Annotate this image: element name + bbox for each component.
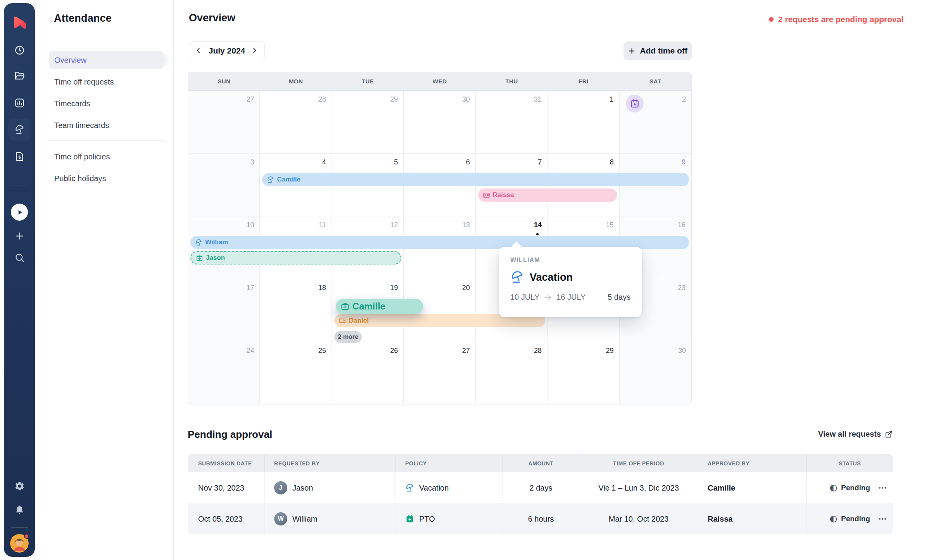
status-badge: Pending [829,515,870,523]
nav-divider [49,140,164,141]
calendar-cell[interactable]: 18 [260,279,332,342]
sidebar-item-timecards[interactable]: Timecards [49,95,164,112]
beach-umbrella-icon[interactable] [9,119,30,140]
calendar-cell[interactable]: 2 [620,91,691,154]
play-icon[interactable] [11,204,28,221]
calendar-cell[interactable]: 28 [260,91,332,154]
date-number: 23 [678,284,686,292]
date-number: 14 [534,221,542,229]
date-number: 26 [390,347,398,355]
event-label: 2 more [338,334,358,340]
row-actions-menu[interactable] [876,481,889,494]
date-number: 1 [610,95,614,104]
external-link-icon [885,430,893,438]
calendar-cell[interactable]: 25 [260,342,332,404]
calendar-cell[interactable]: 26 [332,342,404,404]
avatar: J [274,481,287,494]
beach-umbrella-icon [510,270,524,284]
invoice-icon[interactable]: $ [11,148,28,165]
table-row[interactable]: Oct 05, 2023WWilliamPTO6 hoursMar 10, Oc… [188,503,893,534]
cell-requested-by: WWilliam [264,503,396,534]
timeoff-event-camille[interactable]: Camille [262,173,689,186]
plus-icon[interactable] [11,227,28,244]
clock-icon[interactable] [11,41,28,59]
column-header-status: STATUS [806,454,893,472]
calendar-cell[interactable]: 29 [548,342,619,404]
calendar-cell[interactable]: 31 [476,91,548,154]
app-logo-icon[interactable] [11,14,28,31]
status-badge: Pending [829,484,870,492]
status-label: Pending [841,484,870,492]
pending-approval-table: SUBMISSION DATEREQUESTED BYPOLICYAMOUNTT… [188,454,893,534]
sidebar-item-overview[interactable]: Overview [49,51,164,69]
gear-icon[interactable] [11,477,28,494]
calendar-cell[interactable]: 30 [620,342,691,404]
pending-icon [829,515,838,523]
date-number: 5 [394,158,398,166]
primary-sidebar: $ [4,3,35,557]
event-label: Daniel [349,317,369,325]
requester-name: Jason [292,484,313,493]
calendar-cell[interactable]: 24 [188,342,260,404]
day-header-mon: MON [260,72,332,90]
calendar-cell[interactable]: 30 [404,91,475,154]
calendar-cell[interactable]: 3 [188,154,260,216]
status-label: Pending [841,515,870,523]
view-all-requests-link[interactable]: View all requests [816,430,893,439]
day-header-fri: FRI [548,72,619,90]
day-header-tue: TUE [332,72,404,90]
sidebar-item-public-holidays[interactable]: Public holidays [49,169,164,187]
date-number: 20 [462,284,470,292]
search-icon[interactable] [11,249,28,266]
more-events-chip[interactable]: 2 more [334,331,362,343]
cell-submission-date: Nov 30, 2023 [188,472,264,503]
date-number: 3 [250,158,254,166]
table-row[interactable]: Nov 30, 2023JJasonVacation2 daysVie 1 – … [188,472,893,503]
calendar-cell[interactable]: 29 [332,91,404,154]
column-header-time-off-period: TIME OFF PERIOD [579,454,698,472]
notification-dot [24,534,29,539]
calendar-cell[interactable]: 27 [188,91,260,154]
sidebar-item-time-off-requests[interactable]: Time off requests [49,73,164,91]
sidebar-item-time-off-policies[interactable]: Time off policies [49,148,164,166]
medical-case-icon [340,302,350,311]
secondary-sidebar: Attendance OverviewTime off requestsTime… [39,0,174,560]
timeoff-event-camille[interactable]: Camille [336,299,423,314]
add-time-off-button[interactable]: Add time off [624,41,692,60]
month-label: July 2024 [209,46,245,55]
folder-icon[interactable] [11,67,28,85]
beach-umbrella-icon [267,176,274,183]
user-avatar[interactable] [10,534,29,553]
tooltip-start-date: 10 JULY [510,293,539,302]
date-number: 31 [534,95,542,104]
app-window: $ Attendance OverviewTime off requestsTi… [0,0,931,560]
calendar-cell[interactable]: 28 [476,342,548,404]
sidebar-item-team-timecards[interactable]: Team timecards [49,116,164,134]
timeoff-event-jason[interactable]: Jason [190,251,401,264]
cell-submission-date: Oct 05, 2023 [188,503,264,534]
cell-amount: 2 days [503,472,579,503]
column-header-policy: POLICY [396,454,503,472]
svg-text:$: $ [18,154,21,159]
timeoff-event-raissa[interactable]: Raissa [478,188,617,202]
policy-name: Vacation [419,484,449,493]
prev-month-button[interactable] [195,47,203,55]
date-number: 17 [246,284,254,292]
rail-divider [11,185,28,185]
column-header-submission-date[interactable]: SUBMISSION DATE [188,454,264,472]
next-month-button[interactable] [250,47,259,55]
row-actions-menu[interactable] [876,512,889,525]
bar-chart-icon[interactable] [11,94,28,111]
event-label: Jason [206,254,225,262]
tooltip-end-date: 16 JULY [556,293,586,302]
pending-alert: 2 requests are pending approval [769,15,903,24]
cell-period: Vie 1 – Lun 3, Dic 2023 [579,472,698,503]
table-header-row: SUBMISSION DATEREQUESTED BYPOLICYAMOUNTT… [188,454,893,472]
calendar-cell[interactable]: 1 [548,91,619,154]
date-number: 30 [678,347,686,355]
bell-icon[interactable] [11,501,28,518]
calendar-cell[interactable]: 17 [188,279,260,342]
calendar-cell[interactable]: 27 [404,342,475,404]
public-holiday-icon[interactable] [626,95,644,112]
rail-divider [11,527,28,528]
